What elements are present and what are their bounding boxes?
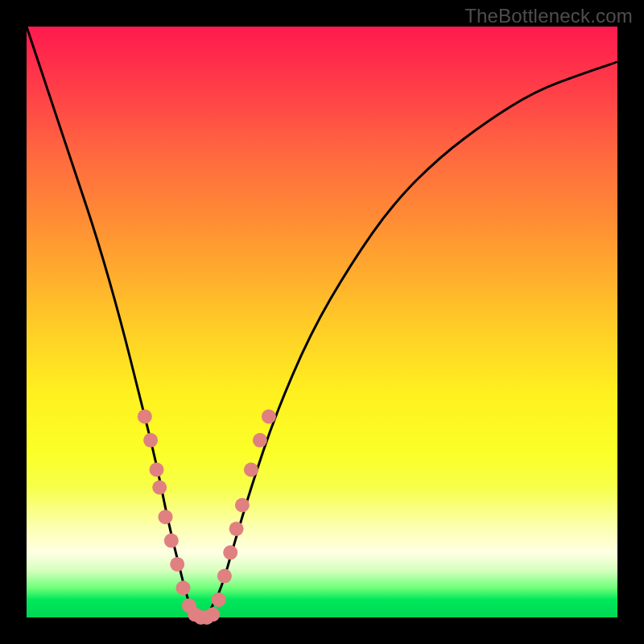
left-branch-dots-dot [164,534,179,548]
left-branch-dots-dot [176,580,191,595]
left-branch-dots-dot [143,433,158,448]
right-branch-dots-dot [223,545,237,559]
left-branch-dots-dot [138,409,152,423]
left-branch-dots-dot [159,510,173,524]
plot-area [27,27,617,617]
left-branch-dots-dot [150,463,164,477]
right-branch-dots-dot [262,409,276,423]
right-branch-dots-dot [229,522,244,536]
right-branch-dots-dot [217,569,232,584]
left-branch-dots-dot [152,481,167,495]
right-branch-dots-dot [212,592,226,607]
chart-frame: TheBottleneck.com [0,0,644,644]
right-branch-dots-dot [235,498,250,513]
marker-dots [138,409,276,625]
bottleneck-curve [27,27,617,617]
curve-svg [27,27,617,617]
right-branch-dots-dot [253,433,267,448]
bottleneck-curve-path [27,27,617,617]
left-branch-dots-dot [170,557,184,572]
trough-dots-dot [205,607,220,621]
right-branch-dots-dot [244,463,258,477]
watermark-text: TheBottleneck.com [464,5,633,27]
